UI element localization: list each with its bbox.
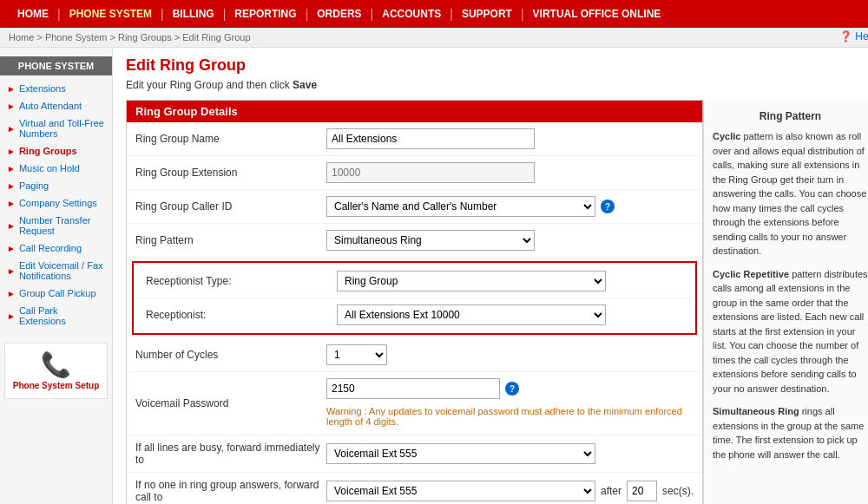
content-with-panel: Ring Group Details Ring Group Name Ring …: [126, 100, 868, 504]
no-one-answers-select[interactable]: Voicemail Ext 555 None: [326, 481, 595, 501]
right-panel-title: Ring Pattern: [713, 108, 868, 124]
arrow-icon: ►: [7, 311, 16, 321]
sidebar-item-company-settings[interactable]: ► Company Settings: [0, 194, 112, 212]
receptionist-type-control: Ring Group Auto Attendant: [337, 271, 683, 291]
ring-group-extension-label: Ring Group Extension: [135, 167, 326, 179]
arrow-icon: ►: [7, 199, 16, 208]
after-label: after: [601, 485, 621, 497]
ring-group-extension-row: Ring Group Extension: [127, 156, 702, 190]
ring-group-caller-id-control: Caller's Name and Caller's Number Ring G…: [326, 196, 694, 217]
no-one-answers-control: Voicemail Ext 555 None after sec(s).: [326, 481, 694, 501]
sidebar-item-call-park[interactable]: ► Call Park Extensions: [0, 302, 112, 330]
ring-group-details-section: Ring Group Details Ring Group Name Ring …: [126, 100, 703, 504]
nav-support[interactable]: SUPPORT: [453, 0, 521, 28]
ring-group-caller-id-label: Ring Group Caller ID: [135, 200, 326, 213]
arrow-icon: ►: [7, 124, 16, 134]
all-lines-busy-row: If all lines are busy, forward immediate…: [127, 435, 702, 473]
arrow-icon: ►: [7, 266, 16, 276]
sidebar-item-virtual-numbers[interactable]: ► Virtual and Toll-Free Numbers: [0, 115, 112, 142]
sidebar-title: PHONE SYSTEM: [0, 56, 112, 75]
sidebar-item-extensions[interactable]: ► Extensions: [0, 80, 112, 97]
no-one-answers-sec-input[interactable]: [627, 481, 657, 501]
top-nav: HOME | PHONE SYSTEM | BILLING | REPORTIN…: [0, 0, 868, 28]
nav-reporting[interactable]: REPORTING: [226, 0, 305, 28]
sidebar-item-paging[interactable]: ► Paging: [0, 177, 112, 194]
section-header: Ring Group Details: [127, 101, 702, 122]
ring-group-name-input[interactable]: [326, 128, 535, 149]
content-area: Edit Ring Group Edit your Ring Group and…: [113, 48, 868, 504]
ring-pattern-select[interactable]: Simultaneous Ring Cyclic Cyclic Repetiti…: [326, 230, 535, 251]
sidebar-item-ring-groups[interactable]: ► Ring Groups: [0, 142, 112, 160]
all-lines-busy-select[interactable]: Voicemail Ext 555 None Extension: [326, 443, 595, 464]
receptionist-type-select[interactable]: Ring Group Auto Attendant: [337, 271, 606, 291]
receptionist-highlighted-box: Receptionist Type: Ring Group Auto Atten…: [132, 261, 697, 335]
ring-pattern-control: Simultaneous Ring Cyclic Cyclic Repetiti…: [326, 230, 694, 251]
ring-group-extension-input[interactable]: [326, 162, 535, 183]
sidebar-item-call-recording[interactable]: ► Call Recording: [0, 239, 112, 257]
page-title: Edit Ring Group: [126, 56, 317, 75]
arrow-icon: ►: [7, 289, 16, 298]
sidebar-item-group-call-pickup[interactable]: ► Group Call Pickup: [0, 285, 112, 302]
number-of-cycles-select[interactable]: 1 2 3: [326, 344, 387, 365]
ring-group-caller-id-row: Ring Group Caller ID Caller's Name and C…: [127, 190, 702, 224]
receptionist-label: Receptionist:: [146, 309, 337, 321]
voicemail-password-row: Voicemail Password ? Warning : Any updat…: [127, 372, 702, 435]
all-lines-busy-label: If all lines are busy, forward immediate…: [135, 442, 326, 466]
arrow-icon: ►: [7, 181, 16, 191]
setup-label: Phone System Setup: [13, 381, 99, 390]
sidebar-item-auto-attendant[interactable]: ► Auto Attendant: [0, 97, 112, 115]
number-of-cycles-row: Number of Cycles 1 2 3: [127, 338, 702, 372]
number-of-cycles-control: 1 2 3: [326, 344, 694, 365]
ring-group-name-label: Ring Group Name: [135, 133, 326, 145]
arrow-icon: ►: [7, 164, 16, 173]
arrow-icon: ►: [7, 244, 16, 253]
sidebar: PHONE SYSTEM ► Extensions ► Auto Attenda…: [0, 48, 113, 504]
voicemail-warning-text: Warning : Any updates to voicemail passw…: [326, 404, 694, 429]
arrow-icon: ►: [7, 147, 16, 156]
caller-id-info-icon[interactable]: ?: [601, 200, 615, 213]
nav-accounts[interactable]: ACCOUNTS: [373, 0, 450, 28]
section-body: Ring Group Name Ring Group Extension: [127, 122, 702, 504]
ring-group-name-row: Ring Group Name: [127, 122, 702, 156]
cyclic-description: Cyclic pattern is also known as roll ove…: [713, 129, 868, 259]
page-subtitle: Edit your Ring Group and then click Save: [126, 79, 317, 91]
phone-system-setup[interactable]: 📞 Phone System Setup: [4, 343, 108, 399]
sidebar-item-voicemail-fax[interactable]: ► Edit Voicemail / Fax Notifications: [0, 257, 112, 285]
breadcrumb: Home > Phone System > Ring Groups > Edit…: [0, 28, 868, 48]
voicemail-password-input[interactable]: [326, 378, 500, 399]
phone-setup-icon: 📞: [12, 350, 100, 379]
voicemail-info-icon[interactable]: ?: [505, 382, 519, 396]
receptionist-row: Receptionist: All Extensions Ext 10000: [137, 298, 692, 331]
right-panel: Ring Pattern Cyclic pattern is also know…: [703, 100, 868, 504]
sidebar-item-number-transfer[interactable]: ► Number Transfer Request: [0, 212, 112, 239]
help-link[interactable]: ❓ Help: [839, 30, 868, 43]
number-of-cycles-label: Number of Cycles: [135, 349, 326, 361]
simultaneous-description: Simultaneous Ring rings all extensions i…: [713, 404, 868, 461]
ring-pattern-label: Ring Pattern: [135, 234, 326, 246]
nav-orders[interactable]: ORDERS: [308, 0, 370, 28]
main-layout: PHONE SYSTEM ► Extensions ► Auto Attenda…: [0, 48, 868, 504]
question-icon: ❓: [839, 30, 852, 43]
content-main: Ring Group Details Ring Group Name Ring …: [126, 100, 703, 504]
receptionist-select[interactable]: All Extensions Ext 10000: [337, 304, 606, 325]
nav-billing[interactable]: BILLING: [164, 0, 223, 28]
sidebar-item-music-on-hold[interactable]: ► Music on Hold: [0, 160, 112, 177]
ring-group-extension-control: [326, 162, 694, 183]
nav-home[interactable]: HOME: [9, 0, 57, 28]
receptionist-type-label: Receptionist Type:: [146, 275, 337, 287]
ring-group-caller-id-select[interactable]: Caller's Name and Caller's Number Ring G…: [326, 196, 595, 217]
arrow-icon: ►: [7, 221, 16, 231]
no-one-answers-label: If no one in ring group answers, forward…: [135, 479, 326, 503]
all-lines-busy-control: Voicemail Ext 555 None Extension: [326, 443, 694, 464]
voicemail-password-label: Voicemail Password: [135, 397, 326, 409]
receptionist-control: All Extensions Ext 10000: [337, 304, 683, 325]
arrow-icon: ►: [7, 84, 16, 94]
voicemail-password-control: ? Warning : Any updates to voicemail pas…: [326, 378, 694, 429]
nav-virtual-office[interactable]: VIRTUAL OFFICE ONLINE: [524, 0, 670, 28]
ring-group-name-control: [326, 128, 694, 149]
nav-phone-system[interactable]: PHONE SYSTEM: [61, 0, 161, 28]
cyclic-repetitive-description: Cyclic Repetitive pattern distributes ca…: [713, 267, 868, 396]
no-one-answers-row: If no one in ring group answers, forward…: [127, 473, 702, 504]
receptionist-type-row: Receptionist Type: Ring Group Auto Atten…: [137, 265, 692, 298]
ring-pattern-row: Ring Pattern Simultaneous Ring Cyclic Cy…: [127, 224, 702, 258]
